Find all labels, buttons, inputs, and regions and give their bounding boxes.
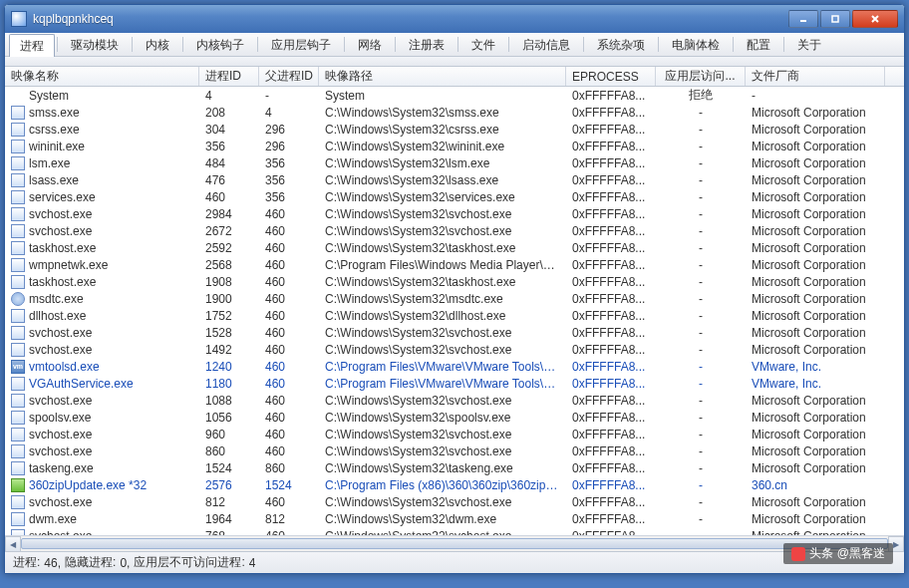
tab-1[interactable]: 驱动模块 bbox=[60, 33, 130, 56]
scroll-thumb[interactable] bbox=[21, 538, 888, 549]
cell-ppid: 460 bbox=[259, 394, 319, 408]
window-controls bbox=[788, 10, 898, 28]
cell-path: C:\Program Files\VMware\VMware Tools\vmt… bbox=[319, 360, 566, 374]
table-row[interactable]: dwm.exe1964812C:\Windows\System32\dwm.ex… bbox=[5, 510, 904, 527]
status-hidden-count: 0, bbox=[120, 556, 130, 570]
cell-name: taskhost.exe bbox=[5, 241, 199, 255]
table-row[interactable]: services.exe460356C:\Windows\System32\se… bbox=[5, 188, 904, 205]
horizontal-scrollbar[interactable]: ◀ ▶ bbox=[5, 535, 904, 551]
table-row[interactable]: smss.exe2084C:\Windows\System32\smss.exe… bbox=[5, 104, 904, 121]
table-row[interactable]: svchost.exe860460C:\Windows\System32\svc… bbox=[5, 442, 904, 459]
cell-app-access: - bbox=[656, 461, 746, 475]
tab-6[interactable]: 注册表 bbox=[398, 33, 455, 56]
proc-name: dllhost.exe bbox=[29, 309, 86, 323]
table-row[interactable]: lsass.exe476356C:\Windows\System32\lsass… bbox=[5, 171, 904, 188]
tab-3[interactable]: 内核钩子 bbox=[185, 33, 255, 56]
cell-eprocess: 0xFFFFFA8... bbox=[566, 444, 656, 458]
maximize-button[interactable] bbox=[820, 10, 850, 28]
process-icon bbox=[11, 207, 25, 221]
cell-path: C:\Windows\System32\taskeng.exe bbox=[319, 461, 566, 475]
tab-7[interactable]: 文件 bbox=[460, 33, 506, 56]
proc-name: svchost.exe bbox=[29, 444, 92, 458]
tab-10[interactable]: 电脑体检 bbox=[661, 33, 731, 56]
table-row[interactable]: svchost.exe768460C:\Windows\System32\svc… bbox=[5, 527, 904, 535]
table-row[interactable]: svchost.exe1492460C:\Windows\System32\sv… bbox=[5, 341, 904, 358]
table-row[interactable]: dllhost.exe1752460C:\Windows\System32\dl… bbox=[5, 307, 904, 324]
tab-0[interactable]: 进程 bbox=[9, 34, 55, 57]
tab-separator bbox=[508, 37, 509, 52]
col-vendor[interactable]: 文件厂商 bbox=[746, 67, 885, 86]
table-row[interactable]: spoolsv.exe1056460C:\Windows\System32\sp… bbox=[5, 409, 904, 426]
tab-5[interactable]: 网络 bbox=[347, 33, 393, 56]
table-row[interactable]: svchost.exe812460C:\Windows\System32\svc… bbox=[5, 493, 904, 510]
cell-name: svchost.exe bbox=[5, 394, 199, 408]
table-row[interactable]: wininit.exe356296C:\Windows\System32\win… bbox=[5, 138, 904, 154]
col-image-name[interactable]: 映像名称 bbox=[5, 67, 199, 86]
tab-9[interactable]: 系统杂项 bbox=[586, 33, 656, 56]
process-icon bbox=[11, 478, 25, 492]
col-pid[interactable]: 进程ID bbox=[199, 67, 259, 86]
cell-app-access: - bbox=[656, 190, 746, 204]
cell-ppid: 460 bbox=[259, 292, 319, 306]
proc-name: svchost.exe bbox=[29, 394, 92, 408]
minimize-button[interactable] bbox=[788, 10, 818, 28]
scroll-left-icon[interactable]: ◀ bbox=[5, 536, 21, 551]
tab-4[interactable]: 应用层钩子 bbox=[260, 33, 342, 56]
cell-eprocess: 0xFFFFFA8... bbox=[566, 343, 656, 357]
tab-12[interactable]: 关于 bbox=[786, 33, 832, 56]
table-row[interactable]: svchost.exe960460C:\Windows\System32\svc… bbox=[5, 426, 904, 442]
cell-app-access: - bbox=[656, 394, 746, 408]
cell-vendor: Microsoft Corporation bbox=[746, 444, 885, 458]
process-icon bbox=[11, 377, 25, 391]
cell-path: C:\Program Files\VMware\VMware Tools\VM.… bbox=[319, 377, 566, 391]
table-row[interactable]: svchost.exe2672460C:\Windows\System32\sv… bbox=[5, 222, 904, 239]
table-row[interactable]: wmpnetwk.exe2568460C:\Program Files\Wind… bbox=[5, 256, 904, 273]
proc-name: svchost.exe bbox=[29, 224, 92, 238]
cell-vendor: Microsoft Corporation bbox=[746, 224, 885, 238]
tab-separator bbox=[57, 37, 58, 52]
proc-name: taskeng.exe bbox=[29, 461, 94, 475]
tab-separator bbox=[783, 37, 784, 52]
close-button[interactable] bbox=[852, 10, 898, 28]
cell-app-access: - bbox=[656, 411, 746, 425]
table-row[interactable]: csrss.exe304296C:\Windows\System32\csrss… bbox=[5, 121, 904, 138]
cell-pid: 1900 bbox=[199, 292, 259, 306]
titlebar[interactable]: kqplbqpnkhceq bbox=[5, 5, 904, 33]
table-row[interactable]: svchost.exe2984460C:\Windows\System32\sv… bbox=[5, 205, 904, 222]
cell-vendor: Microsoft Corporation bbox=[746, 512, 885, 526]
cell-name: svchost.exe bbox=[5, 224, 199, 238]
tab-11[interactable]: 配置 bbox=[736, 33, 781, 56]
cell-vendor: Microsoft Corporation bbox=[746, 326, 885, 340]
table-row[interactable]: VGAuthService.exe1180460C:\Program Files… bbox=[5, 375, 904, 392]
table-row[interactable]: svchost.exe1088460C:\Windows\System32\sv… bbox=[5, 392, 904, 409]
cell-eprocess: 0xFFFFFA8... bbox=[566, 140, 656, 153]
cell-pid: 460 bbox=[199, 190, 259, 204]
table-row[interactable]: lsm.exe484356C:\Windows\System32\lsm.exe… bbox=[5, 154, 904, 171]
table-body[interactable]: System4-System0xFFFFFA8...拒绝-smss.exe208… bbox=[5, 87, 904, 535]
col-ppid[interactable]: 父进程ID bbox=[259, 67, 319, 86]
col-app-access[interactable]: 应用层访问... bbox=[656, 67, 746, 86]
table-row[interactable]: taskhost.exe1908460C:\Windows\System32\t… bbox=[5, 273, 904, 290]
table-row[interactable]: 360zipUpdate.exe *3225761524C:\Program F… bbox=[5, 476, 904, 493]
col-eprocess[interactable]: EPROCESS bbox=[566, 67, 656, 86]
tab-8[interactable]: 启动信息 bbox=[511, 33, 581, 56]
cell-vendor: Microsoft Corporation bbox=[746, 309, 885, 323]
cell-pid: 1088 bbox=[199, 394, 259, 408]
tab-separator bbox=[344, 37, 345, 52]
cell-ppid: 460 bbox=[259, 207, 319, 221]
table-row[interactable]: taskhost.exe2592460C:\Windows\System32\t… bbox=[5, 239, 904, 256]
tab-2[interactable]: 内核 bbox=[135, 33, 180, 56]
cell-name: svchost.exe bbox=[5, 326, 199, 340]
cell-vendor: Microsoft Corporation bbox=[746, 173, 885, 187]
process-icon bbox=[11, 106, 25, 120]
process-icon bbox=[11, 123, 25, 137]
col-path[interactable]: 映像路径 bbox=[319, 67, 566, 86]
table-row[interactable]: System4-System0xFFFFFA8...拒绝- bbox=[5, 87, 904, 104]
table-row[interactable]: msdtc.exe1900460C:\Windows\System32\msdt… bbox=[5, 290, 904, 307]
table-row[interactable]: vmvmtoolsd.exe1240460C:\Program Files\VM… bbox=[5, 358, 904, 375]
table-row[interactable]: svchost.exe1528460C:\Windows\System32\sv… bbox=[5, 324, 904, 341]
cell-app-access: - bbox=[656, 258, 746, 272]
cell-path: C:\Windows\System32\dllhost.exe bbox=[319, 309, 566, 323]
table-row[interactable]: taskeng.exe1524860C:\Windows\System32\ta… bbox=[5, 459, 904, 476]
tab-separator bbox=[733, 37, 734, 52]
